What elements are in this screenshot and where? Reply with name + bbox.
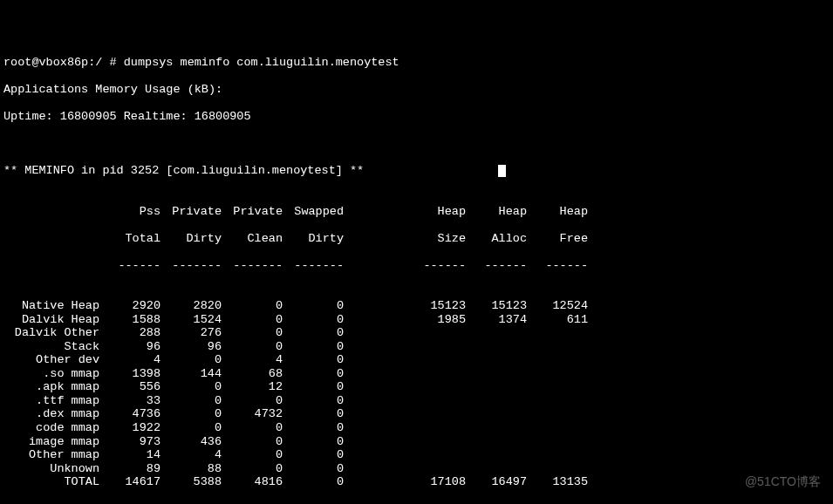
meminfo-header-line: ** MEMINFO in pid 3252 [com.liuguilin.me… [3,164,830,178]
table-row: Dalvik Other28827600 [3,326,830,340]
table-row: .so mmap1398144680 [3,367,830,381]
table-row: code mmap1922000 [3,421,830,435]
table-row: Other dev4040 [3,353,830,367]
cursor-icon [498,165,506,177]
meminfo-header: ** MEMINFO in pid 3252 [com.liuguilin.me… [3,164,364,177]
table-row: .dex mmap4736047320 [3,407,830,421]
column-dashes: ----------------------------------------… [3,259,830,273]
table-row: image mmap97343600 [3,435,830,449]
command-line: root@vbox86p:/ # dumpsys meminfo com.liu… [3,56,830,70]
watermark: @51CTO博客 [745,474,821,488]
app-usage-line: Applications Memory Usage (kB): [3,83,830,97]
table-row: Other mmap14400 [3,448,830,462]
uptime-line: Uptime: 16800905 Realtime: 16800905 [3,110,830,124]
column-header-2: TotalDirtyCleanDirtySizeAllocFree [3,232,830,246]
column-header-1: PssPrivatePrivateSwappedHeapHeapHeap [3,205,830,219]
table-row: Stack969600 [3,340,830,354]
table-row: .ttf mmap33000 [3,394,830,408]
table-row: .apk mmap5560120 [3,380,830,394]
table-row: TOTAL14617538848160171081649713135 [3,475,830,489]
table-row: Native Heap2920282000151231512312524 [3,299,830,313]
table-row: Dalvik Heap158815240019851374611 [3,313,830,327]
table-row: Unknown898800 [3,462,830,476]
